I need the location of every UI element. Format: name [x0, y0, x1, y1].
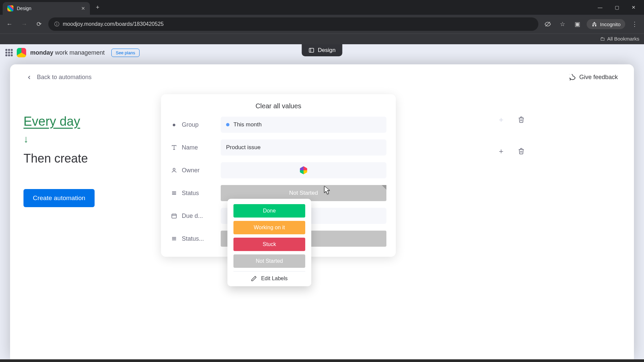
window-controls: ― ▢ ✕ — [592, 2, 641, 13]
site-info-icon[interactable]: ⓘ — [54, 21, 59, 27]
field-group-row: ● Group This month — [170, 117, 386, 133]
due-date-label: Due d... — [182, 213, 203, 220]
browser-tab[interactable]: Design ✕ — [3, 2, 90, 15]
add-step-button-1[interactable]: ＋ — [496, 114, 506, 125]
forward-button[interactable]: → — [19, 19, 30, 29]
status-icon — [170, 189, 178, 197]
group-label: Group — [182, 121, 199, 128]
back-label: Back to automations — [37, 74, 92, 81]
chevron-left-icon — [26, 74, 32, 80]
folder-icon: 🗀 — [600, 36, 605, 42]
owner-label: Owner — [182, 167, 200, 174]
back-button[interactable]: ← — [4, 19, 15, 29]
automation-modal: Back to automations Give feedback Every … — [10, 64, 634, 359]
text-icon — [170, 144, 178, 151]
reload-button[interactable]: ⟳ — [34, 19, 44, 29]
group-value-text: This month — [233, 121, 262, 128]
name-label: Name — [182, 144, 198, 151]
trigger-every-day[interactable]: Every day — [23, 114, 124, 129]
page-title-chip[interactable]: Design — [302, 44, 342, 56]
minimize-button[interactable]: ― — [592, 2, 608, 13]
tab-title: Design — [17, 6, 78, 11]
back-to-automations-button[interactable]: Back to automations — [26, 74, 92, 81]
tab-strip: Design ✕ + ― ▢ ✕ — [0, 0, 644, 15]
delete-step-button-1[interactable] — [516, 114, 527, 125]
arrow-down-icon: ↓ — [23, 133, 124, 145]
create-automation-button[interactable]: Create automation — [23, 189, 95, 207]
page-content: monday work management See plans Design … — [0, 44, 644, 359]
name-value[interactable]: Product issue — [221, 139, 386, 156]
close-tab-icon[interactable]: ✕ — [81, 6, 85, 11]
then-create-label: Then create — [23, 152, 124, 166]
kebab-menu-icon[interactable]: ⋮ — [629, 19, 640, 29]
page-title-text: Design — [318, 47, 336, 54]
person-icon — [170, 167, 178, 174]
status-corner-flag-icon — [382, 185, 386, 190]
svg-point-5 — [173, 168, 175, 170]
clear-all-values-button[interactable]: Clear all values — [170, 102, 386, 110]
edit-labels-text: Edit Labels — [261, 276, 287, 282]
status-dropdown: Done Working on it Stuck Not Started Edi… — [227, 199, 311, 286]
feedback-label: Give feedback — [579, 74, 618, 81]
browser-toolbar: ← → ⟳ ⓘ moodjoy.monday.com/boards/183042… — [0, 15, 644, 34]
chat-bubble-icon — [569, 74, 576, 81]
new-tab-button[interactable]: + — [93, 2, 103, 12]
product-name: monday work management — [30, 49, 105, 56]
group-color-dot-icon — [226, 123, 229, 126]
all-bookmarks-label: All Bookmarks — [607, 36, 639, 42]
field-owner-row: Owner — [170, 162, 386, 178]
panel-icon[interactable]: ▣ — [572, 19, 583, 29]
tracking-icon[interactable] — [542, 19, 553, 29]
edit-labels-button[interactable]: Edit Labels — [233, 276, 305, 282]
browser-chrome: Design ✕ + ― ▢ ✕ ← → ⟳ ⓘ moodjoy.monday.… — [0, 0, 644, 44]
trash-icon — [518, 116, 525, 123]
status-option-done[interactable]: Done — [233, 204, 305, 218]
dropdown-separator — [233, 271, 305, 272]
status-option-not-started[interactable]: Not Started — [233, 254, 305, 268]
tab-favicon-icon — [7, 5, 13, 11]
close-window-button[interactable]: ✕ — [626, 2, 641, 13]
status-option-stuck[interactable]: Stuck — [233, 238, 305, 251]
add-step-button-2[interactable]: ＋ — [496, 146, 506, 157]
trash-icon — [518, 148, 525, 155]
pencil-icon — [251, 276, 257, 282]
calendar-icon — [170, 212, 178, 220]
owner-value[interactable] — [221, 162, 386, 178]
status-label: Status — [182, 190, 199, 197]
owner-avatar-icon — [300, 166, 308, 174]
give-feedback-button[interactable]: Give feedback — [569, 74, 618, 81]
panel-left-icon — [309, 47, 315, 53]
incognito-indicator[interactable]: Incognito — [587, 19, 625, 29]
see-plans-button[interactable]: See plans — [111, 49, 140, 57]
apps-grid-icon[interactable] — [5, 49, 13, 56]
monday-logo-icon — [17, 48, 26, 57]
bookmarks-bar: 🗀 All Bookmarks — [0, 34, 644, 44]
group-value[interactable]: This month — [221, 117, 386, 133]
status-value-text: Not Started — [289, 190, 318, 196]
bookmark-star-icon[interactable]: ☆ — [557, 19, 568, 29]
field-name-row: Name Product issue — [170, 139, 386, 156]
delete-step-button-2[interactable] — [516, 146, 527, 157]
modal-header: Back to automations Give feedback — [23, 64, 621, 84]
incognito-label: Incognito — [600, 21, 621, 27]
right-rail: ＋ ＋ — [496, 114, 527, 157]
svg-rect-1 — [309, 48, 314, 52]
address-bar[interactable]: ⓘ moodjoy.monday.com/boards/1830420525 — [48, 17, 538, 31]
all-bookmarks-button[interactable]: 🗀 All Bookmarks — [600, 36, 639, 42]
status2-icon — [170, 235, 178, 242]
status2-label: Status... — [182, 235, 204, 242]
trigger-column: Every day ↓ Then create Create automatio… — [23, 114, 124, 207]
name-value-text: Product issue — [226, 144, 261, 151]
status-option-working-on-it[interactable]: Working on it — [233, 221, 305, 234]
svg-rect-9 — [172, 214, 176, 218]
group-icon: ● — [170, 121, 178, 128]
maximize-button[interactable]: ▢ — [609, 2, 625, 13]
url-text: moodjoy.monday.com/boards/1830420525 — [63, 21, 164, 27]
